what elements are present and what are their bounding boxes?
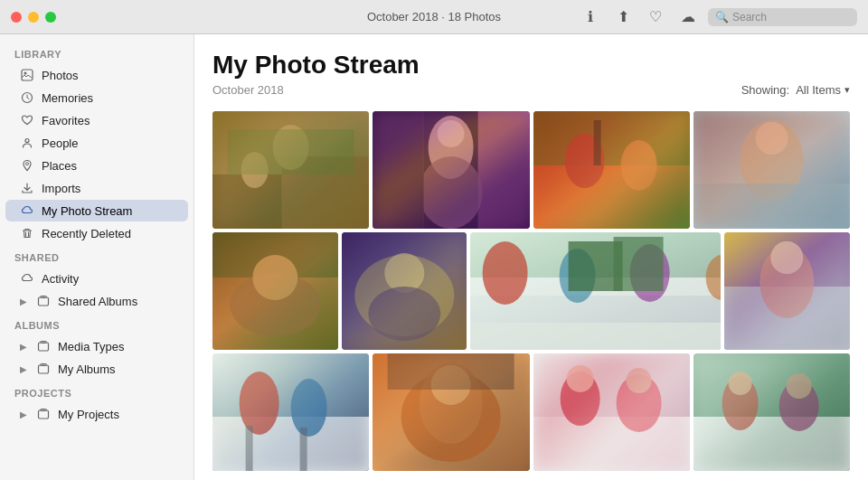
content-subtitle: October 2018 xyxy=(212,83,284,97)
svg-rect-51 xyxy=(614,237,664,291)
photo-cell[interactable] xyxy=(212,232,338,350)
sidebar-item-recently-deleted[interactable]: Recently Deleted xyxy=(5,222,188,244)
photo-cell[interactable] xyxy=(470,232,721,350)
svg-point-41 xyxy=(368,287,440,341)
projects-section-label: Projects xyxy=(0,381,193,402)
svg-rect-68 xyxy=(533,417,690,471)
svg-point-45 xyxy=(483,241,528,305)
svg-point-37 xyxy=(252,255,297,300)
sidebar-item-photos[interactable]: Photos xyxy=(5,64,188,86)
svg-point-36 xyxy=(230,273,320,336)
svg-rect-14 xyxy=(212,174,282,229)
sidebar-item-label: Places xyxy=(42,159,77,173)
svg-rect-29 xyxy=(593,120,600,165)
photo-cell[interactable] xyxy=(724,232,850,350)
svg-rect-19 xyxy=(373,111,529,229)
sidebar-item-imports[interactable]: Imports xyxy=(5,177,188,199)
sidebar-item-label: Media Types xyxy=(58,340,124,353)
svg-point-47 xyxy=(630,244,670,302)
sidebar-item-photo-stream[interactable]: My Photo Stream xyxy=(5,200,188,221)
sidebar-item-label: My Projects xyxy=(58,408,119,421)
close-button[interactable] xyxy=(11,12,22,23)
photo-grid xyxy=(194,104,868,480)
photo-cell[interactable] xyxy=(373,111,529,229)
svg-rect-13 xyxy=(212,111,369,229)
minimize-button[interactable] xyxy=(28,12,39,23)
sidebar-item-people[interactable]: People xyxy=(5,132,188,154)
photo-cell[interactable] xyxy=(533,353,690,471)
svg-rect-25 xyxy=(533,111,690,229)
sidebar-item-shared-albums[interactable]: ▶ Shared Albums xyxy=(5,290,188,312)
svg-rect-35 xyxy=(212,232,338,278)
photo-cell[interactable] xyxy=(693,353,850,471)
sidebar: Library Photos Memories xyxy=(0,34,194,480)
sidebar-item-places[interactable]: Places xyxy=(5,155,188,176)
toolbar-actions: ℹ ⬆ ♡ ☁ 🔍 xyxy=(578,5,857,30)
showing-dropdown[interactable]: Showing: All Items ▾ xyxy=(741,83,850,97)
photo-cell[interactable] xyxy=(212,353,369,471)
svg-rect-26 xyxy=(533,111,690,165)
photo-cell[interactable] xyxy=(693,111,850,229)
svg-rect-49 xyxy=(470,323,721,350)
photos-icon xyxy=(20,68,34,82)
sidebar-item-my-albums[interactable]: ▶ My Albums xyxy=(5,358,188,380)
svg-rect-11 xyxy=(39,410,49,419)
maximize-button[interactable] xyxy=(45,12,56,23)
my-projects-icon xyxy=(36,407,51,421)
shared-albums-icon xyxy=(36,294,51,308)
svg-point-54 xyxy=(760,246,815,318)
sidebar-item-my-projects[interactable]: ▶ My Projects xyxy=(5,403,188,425)
svg-point-59 xyxy=(291,379,327,437)
svg-rect-67 xyxy=(533,353,690,471)
svg-rect-23 xyxy=(373,111,424,229)
sidebar-item-memories[interactable]: Memories xyxy=(5,87,188,108)
upload-button[interactable]: ☁ xyxy=(675,5,701,30)
svg-rect-42 xyxy=(470,232,721,350)
sidebar-item-activity[interactable]: Activity xyxy=(5,268,188,289)
svg-rect-50 xyxy=(569,241,623,291)
showing-label: Showing: xyxy=(741,83,789,97)
svg-rect-60 xyxy=(246,426,253,471)
content-area: My Photo Stream October 2018 Showing: Al… xyxy=(194,34,868,480)
photo-cell[interactable] xyxy=(212,111,369,229)
svg-point-22 xyxy=(420,156,483,229)
svg-rect-57 xyxy=(212,417,369,471)
sidebar-item-label: Memories xyxy=(42,91,93,105)
svg-rect-56 xyxy=(212,353,369,471)
svg-point-70 xyxy=(616,374,661,432)
svg-point-77 xyxy=(778,381,818,431)
svg-rect-38 xyxy=(342,232,467,350)
photo-cell[interactable] xyxy=(342,232,467,350)
photo-row xyxy=(212,232,850,350)
heart-button[interactable]: ♡ xyxy=(643,5,668,30)
svg-point-32 xyxy=(755,122,788,155)
share-icon: ⬆ xyxy=(618,8,629,25)
svg-rect-34 xyxy=(212,232,338,350)
content-header: My Photo Stream October 2018 Showing: Al… xyxy=(194,34,868,104)
photo-cell[interactable] xyxy=(373,353,529,471)
sidebar-item-label: Shared Albums xyxy=(58,295,137,308)
svg-point-40 xyxy=(384,253,424,293)
expand-icon: ▶ xyxy=(20,296,27,306)
svg-rect-53 xyxy=(724,287,850,350)
sidebar-item-label: Photos xyxy=(42,69,78,82)
activity-icon xyxy=(20,271,34,286)
svg-point-79 xyxy=(786,373,811,399)
svg-rect-0 xyxy=(22,70,33,80)
sidebar-item-label: Favorites xyxy=(42,114,90,127)
sidebar-item-media-types[interactable]: ▶ Media Types xyxy=(5,335,188,357)
expand-icon: ▶ xyxy=(20,364,27,374)
photo-cell[interactable] xyxy=(533,111,690,229)
svg-rect-73 xyxy=(693,353,850,471)
search-input[interactable] xyxy=(732,11,850,24)
svg-rect-15 xyxy=(282,156,370,229)
svg-point-58 xyxy=(240,372,279,435)
library-section-label: Library xyxy=(0,42,193,63)
memories-icon xyxy=(20,90,34,105)
share-button[interactable]: ⬆ xyxy=(610,5,636,30)
sidebar-item-favorites[interactable]: Favorites xyxy=(5,109,188,131)
svg-point-17 xyxy=(241,152,269,188)
info-icon: ℹ xyxy=(588,8,593,25)
search-box[interactable]: 🔍 xyxy=(708,8,857,26)
info-button[interactable]: ℹ xyxy=(578,5,603,30)
